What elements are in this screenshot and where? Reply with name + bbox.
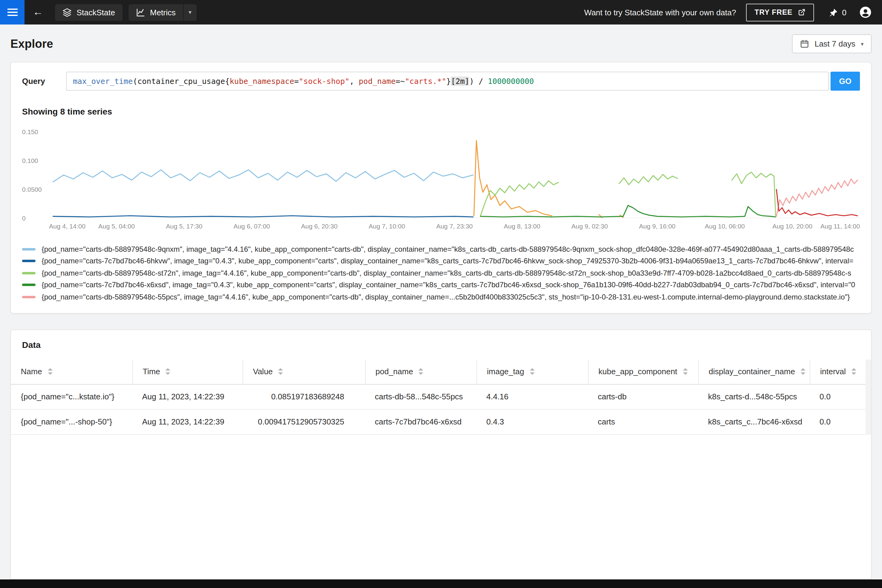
sort-down-arrow [530, 372, 534, 375]
layers-icon [63, 8, 72, 17]
chevron-down-icon: ▾ [189, 9, 191, 15]
table-row[interactable]: {pod_name="...-shop-50"}Aug 11, 2023, 14… [11, 410, 871, 435]
pin-button[interactable]: 0 [829, 8, 846, 17]
column-header-image_tag[interactable]: image_tag [477, 359, 588, 384]
chevron-down-icon: ▾ [861, 41, 864, 47]
legend-label: {pod_name="carts-db-588979548c-55pcs", i… [42, 293, 860, 302]
series-line-carts-db-588979548c-9qnxm [53, 170, 473, 182]
stackstate-home-button[interactable]: StackState [55, 4, 123, 21]
nav-metrics-tab[interactable]: Metrics [129, 4, 183, 21]
top-navigation-bar: ← StackState Metrics ▾ Want to try Stack… [0, 0, 882, 24]
cell-name: {pod_name="...-shop-50"} [11, 410, 132, 434]
column-header-label: Value [253, 367, 273, 376]
cell-value: 0.085197183689248 [243, 384, 365, 409]
sort-icon [530, 368, 534, 375]
series-line-carts-7c7bd7bc46-6hkvw [53, 216, 473, 217]
query-token: { [225, 76, 230, 86]
x-tick-label: Aug 11, 14:00 [820, 222, 860, 230]
legend-item[interactable]: {pod_name="carts-db-588979548c-9qnxm", i… [22, 243, 860, 255]
legend-swatch [22, 272, 36, 274]
time-range-button[interactable]: Last 7 days ▾ [792, 34, 872, 53]
pin-count: 0 [842, 8, 846, 17]
main-content: Explore Last 7 days ▾ Query max_over_tim… [0, 24, 882, 579]
column-header-interval[interactable]: interval [810, 359, 871, 384]
arrow-left-icon: ← [33, 6, 43, 18]
chart-area: 0.1500.1000.05000 [22, 126, 860, 218]
x-tick-label: Aug 7, 23:30 [436, 222, 472, 230]
time-series-chart[interactable] [49, 126, 860, 218]
legend-swatch [22, 296, 36, 298]
sort-up-arrow [801, 368, 806, 370]
column-header-label: display_container_name [709, 367, 795, 376]
query-token: =~ [396, 76, 405, 86]
y-tick-label: 0.0500 [22, 186, 42, 193]
main-menu-button[interactable] [0, 0, 24, 24]
legend-item[interactable]: {pod_name="carts-7c7bd7bc46-x6xsd", imag… [22, 279, 860, 291]
legend-item[interactable]: {pod_name="carts-7c7bd7bc46-6hkvw", imag… [22, 255, 860, 267]
metrics-nav-group: Metrics ▾ [129, 4, 196, 21]
query-token: container_cpu_usage [138, 76, 225, 86]
go-button[interactable]: GO [831, 72, 860, 91]
sort-up-arrow [278, 368, 283, 370]
query-token: max_over_time [73, 76, 133, 86]
cell-interval: 0.0 [810, 384, 871, 409]
sort-up-arrow [48, 368, 52, 370]
series-line-carts-7c7bd7bc46-x6xsd [480, 206, 776, 217]
column-header-display_container_name[interactable]: display_container_name [698, 359, 810, 384]
legend-label: {pod_name="carts-7c7bd7bc46-6hkvw", imag… [42, 257, 860, 266]
sort-icon [48, 368, 52, 375]
app-window: ← StackState Metrics ▾ Want to try Stack… [0, 0, 882, 588]
account-button[interactable] [859, 6, 872, 19]
user-circle-icon [859, 6, 872, 19]
x-tick-label: Aug 6, 20:30 [301, 222, 338, 230]
external-link-icon [798, 9, 806, 16]
cell-time: Aug 11, 2023, 14:22:39 [132, 384, 243, 409]
time-range-label: Last 7 days [814, 39, 855, 48]
column-header-value[interactable]: Value [243, 359, 365, 384]
sort-down-arrow [278, 372, 283, 375]
query-token: kube_namespace [230, 76, 294, 86]
cell-display_container_name: k8s_carts-d...548c-55pcs [698, 384, 810, 409]
try-free-label: TRY FREE [754, 8, 793, 16]
column-header-kube_app_component[interactable]: kube_app_component [588, 359, 698, 384]
column-header-pod_name[interactable]: pod_name [365, 359, 477, 384]
back-button[interactable]: ← [24, 0, 51, 24]
query-token: "carts.*" [405, 76, 446, 86]
sort-down-arrow [418, 372, 423, 375]
query-token: = [294, 76, 299, 86]
sort-up-arrow [682, 368, 687, 370]
query-input[interactable]: max_over_time(container_cpu_usage{kube_n… [66, 72, 829, 91]
table-scrollbar[interactable] [866, 359, 871, 435]
column-header-label: Name [21, 367, 42, 376]
x-tick-label: Aug 4, 14:00 [49, 222, 86, 230]
series-line-carts-db (orange burst) [474, 141, 623, 218]
column-header-time[interactable]: Time [132, 359, 243, 384]
table-body: {pod_name="c...kstate.io"}Aug 11, 2023, … [11, 384, 871, 435]
legend-item[interactable]: {pod_name="carts-db-588979548c-55pcs", i… [22, 291, 860, 303]
metrics-dropdown-button[interactable]: ▾ [183, 4, 196, 21]
cell-pod_name: carts-db-58...548c-55pcs [365, 384, 477, 409]
legend-label: {pod_name="carts-db-588979548c-9qnxm", i… [42, 245, 860, 254]
x-tick-label: Aug 5, 04:00 [98, 222, 135, 230]
query-token: "sock-shop" [299, 76, 350, 86]
query-token: / [474, 76, 488, 86]
query-token: [2m] [451, 76, 469, 86]
page-title: Explore [10, 37, 53, 51]
y-tick-label: 0.100 [22, 157, 38, 165]
legend-item[interactable]: {pod_name="carts-db-588979548c-st72n", i… [22, 267, 860, 279]
data-section-title: Data [11, 340, 871, 350]
column-header-name[interactable]: Name [11, 359, 132, 384]
try-free-button[interactable]: TRY FREE [746, 3, 814, 21]
x-tick-label: Aug 6, 07:00 [233, 222, 270, 230]
sort-icon [851, 368, 856, 375]
page-header: Explore Last 7 days ▾ [10, 34, 872, 53]
legend-label: {pod_name="carts-db-588979548c-st72n", i… [42, 269, 860, 278]
bottom-bar [0, 579, 882, 588]
cell-kube_app_component: carts [588, 410, 698, 434]
legend-label: {pod_name="carts-7c7bd7bc46-x6xsd", imag… [42, 281, 860, 290]
cell-pod_name: carts-7c7bd7bc46-x6xsd [365, 410, 477, 434]
legend-swatch [22, 248, 36, 250]
sort-down-arrow [166, 372, 171, 375]
table-row[interactable]: {pod_name="c...kstate.io"}Aug 11, 2023, … [11, 384, 871, 410]
cell-image_tag: 4.4.16 [477, 384, 588, 409]
